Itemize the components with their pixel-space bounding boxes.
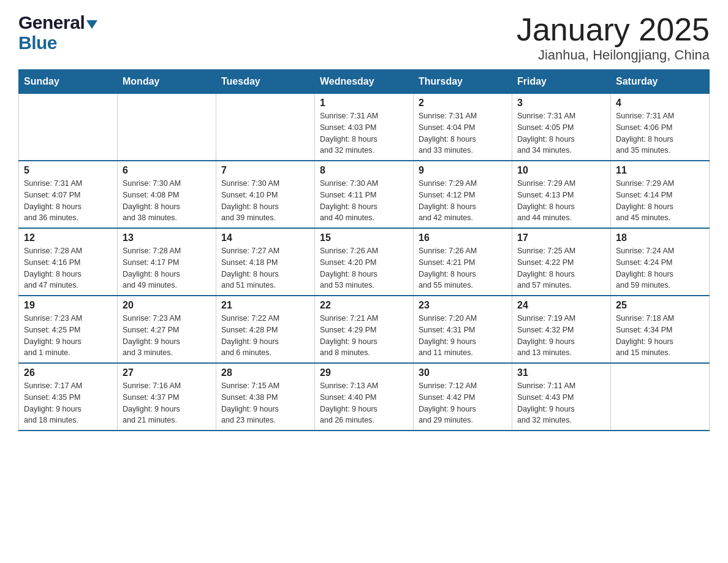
calendar-cell: 7Sunrise: 7:30 AMSunset: 4:10 PMDaylight… — [216, 161, 315, 228]
day-info: Sunrise: 7:29 AMSunset: 4:14 PMDaylight:… — [616, 178, 704, 224]
day-number: 21 — [221, 300, 309, 311]
calendar-cell: 19Sunrise: 7:23 AMSunset: 4:25 PMDayligh… — [19, 296, 118, 363]
day-number: 15 — [320, 232, 408, 243]
day-number: 4 — [616, 98, 704, 109]
calendar-cell: 29Sunrise: 7:13 AMSunset: 4:40 PMDayligh… — [315, 363, 414, 431]
day-number: 19 — [24, 300, 112, 311]
day-number: 18 — [616, 232, 704, 243]
day-number: 9 — [419, 165, 507, 176]
logo-blue-text: Blue — [18, 33, 97, 53]
day-info: Sunrise: 7:31 AMSunset: 4:04 PMDaylight:… — [419, 110, 507, 156]
calendar-day-header: Friday — [512, 70, 611, 94]
day-number: 24 — [517, 300, 605, 311]
day-number: 7 — [221, 165, 309, 176]
day-info: Sunrise: 7:23 AMSunset: 4:27 PMDaylight:… — [123, 313, 211, 359]
day-number: 16 — [419, 232, 507, 243]
calendar-cell: 3Sunrise: 7:31 AMSunset: 4:05 PMDaylight… — [512, 94, 611, 161]
calendar-cell: 11Sunrise: 7:29 AMSunset: 4:14 PMDayligh… — [611, 161, 710, 228]
day-number: 10 — [517, 165, 605, 176]
calendar-cell — [216, 94, 315, 161]
day-info: Sunrise: 7:26 AMSunset: 4:20 PMDaylight:… — [320, 245, 408, 291]
day-info: Sunrise: 7:20 AMSunset: 4:31 PMDaylight:… — [419, 313, 507, 359]
logo: General Blue — [18, 12, 97, 53]
calendar-cell: 17Sunrise: 7:25 AMSunset: 4:22 PMDayligh… — [512, 228, 611, 296]
day-number: 29 — [320, 367, 408, 378]
calendar-cell: 20Sunrise: 7:23 AMSunset: 4:27 PMDayligh… — [118, 296, 216, 363]
day-info: Sunrise: 7:19 AMSunset: 4:32 PMDaylight:… — [517, 313, 605, 359]
day-number: 5 — [24, 165, 112, 176]
calendar-week-row: 19Sunrise: 7:23 AMSunset: 4:25 PMDayligh… — [19, 296, 710, 363]
calendar-cell: 13Sunrise: 7:28 AMSunset: 4:17 PMDayligh… — [118, 228, 216, 296]
day-info: Sunrise: 7:30 AMSunset: 4:08 PMDaylight:… — [123, 178, 211, 224]
calendar-cell: 8Sunrise: 7:30 AMSunset: 4:11 PMDaylight… — [315, 161, 414, 228]
calendar-cell — [118, 94, 216, 161]
calendar-day-header: Sunday — [19, 70, 118, 94]
calendar-header: SundayMondayTuesdayWednesdayThursdayFrid… — [19, 70, 710, 94]
calendar-cell — [611, 363, 710, 431]
day-number: 17 — [517, 232, 605, 243]
day-number: 14 — [221, 232, 309, 243]
calendar-week-row: 26Sunrise: 7:17 AMSunset: 4:35 PMDayligh… — [19, 363, 710, 431]
day-info: Sunrise: 7:22 AMSunset: 4:28 PMDaylight:… — [221, 313, 309, 359]
day-number: 26 — [24, 367, 112, 378]
calendar-cell: 16Sunrise: 7:26 AMSunset: 4:21 PMDayligh… — [414, 228, 512, 296]
day-info: Sunrise: 7:31 AMSunset: 4:03 PMDaylight:… — [320, 110, 408, 156]
calendar-cell: 9Sunrise: 7:29 AMSunset: 4:12 PMDaylight… — [414, 161, 512, 228]
calendar-cell: 28Sunrise: 7:15 AMSunset: 4:38 PMDayligh… — [216, 363, 315, 431]
day-info: Sunrise: 7:25 AMSunset: 4:22 PMDaylight:… — [517, 245, 605, 291]
day-info: Sunrise: 7:27 AMSunset: 4:18 PMDaylight:… — [221, 245, 309, 291]
calendar-cell — [19, 94, 118, 161]
day-info: Sunrise: 7:31 AMSunset: 4:07 PMDaylight:… — [24, 178, 112, 224]
day-info: Sunrise: 7:12 AMSunset: 4:42 PMDaylight:… — [419, 380, 507, 426]
day-number: 6 — [123, 165, 211, 176]
calendar-cell: 31Sunrise: 7:11 AMSunset: 4:43 PMDayligh… — [512, 363, 611, 431]
day-info: Sunrise: 7:15 AMSunset: 4:38 PMDaylight:… — [221, 380, 309, 426]
day-info: Sunrise: 7:23 AMSunset: 4:25 PMDaylight:… — [24, 313, 112, 359]
calendar-body: 1Sunrise: 7:31 AMSunset: 4:03 PMDaylight… — [19, 94, 710, 431]
day-number: 11 — [616, 165, 704, 176]
day-number: 3 — [517, 98, 605, 109]
day-info: Sunrise: 7:29 AMSunset: 4:13 PMDaylight:… — [517, 178, 605, 224]
title-block: January 2025 Jianhua, Heilongjiang, Chin… — [517, 12, 710, 63]
calendar-cell: 27Sunrise: 7:16 AMSunset: 4:37 PMDayligh… — [118, 363, 216, 431]
day-info: Sunrise: 7:30 AMSunset: 4:11 PMDaylight:… — [320, 178, 408, 224]
day-number: 30 — [419, 367, 507, 378]
day-info: Sunrise: 7:11 AMSunset: 4:43 PMDaylight:… — [517, 380, 605, 426]
day-info: Sunrise: 7:21 AMSunset: 4:29 PMDaylight:… — [320, 313, 408, 359]
calendar-cell: 2Sunrise: 7:31 AMSunset: 4:04 PMDaylight… — [414, 94, 512, 161]
calendar-day-header: Wednesday — [315, 70, 414, 94]
calendar-day-header: Tuesday — [216, 70, 315, 94]
day-number: 1 — [320, 98, 408, 109]
page-header: General Blue January 2025 Jianhua, Heilo… — [18, 12, 710, 63]
calendar-day-header: Saturday — [611, 70, 710, 94]
day-number: 8 — [320, 165, 408, 176]
day-number: 27 — [123, 367, 211, 378]
day-number: 20 — [123, 300, 211, 311]
day-number: 22 — [320, 300, 408, 311]
day-number: 25 — [616, 300, 704, 311]
calendar-cell: 6Sunrise: 7:30 AMSunset: 4:08 PMDaylight… — [118, 161, 216, 228]
calendar-cell: 18Sunrise: 7:24 AMSunset: 4:24 PMDayligh… — [611, 228, 710, 296]
calendar-cell: 24Sunrise: 7:19 AMSunset: 4:32 PMDayligh… — [512, 296, 611, 363]
calendar-cell: 1Sunrise: 7:31 AMSunset: 4:03 PMDaylight… — [315, 94, 414, 161]
calendar-week-row: 1Sunrise: 7:31 AMSunset: 4:03 PMDaylight… — [19, 94, 710, 161]
day-info: Sunrise: 7:16 AMSunset: 4:37 PMDaylight:… — [123, 380, 211, 426]
day-number: 12 — [24, 232, 112, 243]
day-info: Sunrise: 7:29 AMSunset: 4:12 PMDaylight:… — [419, 178, 507, 224]
calendar-cell: 25Sunrise: 7:18 AMSunset: 4:34 PMDayligh… — [611, 296, 710, 363]
calendar-cell: 23Sunrise: 7:20 AMSunset: 4:31 PMDayligh… — [414, 296, 512, 363]
day-info: Sunrise: 7:26 AMSunset: 4:21 PMDaylight:… — [419, 245, 507, 291]
calendar-week-row: 5Sunrise: 7:31 AMSunset: 4:07 PMDaylight… — [19, 161, 710, 228]
day-number: 13 — [123, 232, 211, 243]
calendar-cell: 26Sunrise: 7:17 AMSunset: 4:35 PMDayligh… — [19, 363, 118, 431]
calendar-cell: 4Sunrise: 7:31 AMSunset: 4:06 PMDaylight… — [611, 94, 710, 161]
page-subtitle: Jianhua, Heilongjiang, China — [517, 47, 710, 63]
calendar-day-header: Monday — [118, 70, 216, 94]
calendar-cell: 21Sunrise: 7:22 AMSunset: 4:28 PMDayligh… — [216, 296, 315, 363]
calendar-week-row: 12Sunrise: 7:28 AMSunset: 4:16 PMDayligh… — [19, 228, 710, 296]
day-info: Sunrise: 7:17 AMSunset: 4:35 PMDaylight:… — [24, 380, 112, 426]
day-info: Sunrise: 7:18 AMSunset: 4:34 PMDaylight:… — [616, 313, 704, 359]
day-info: Sunrise: 7:31 AMSunset: 4:06 PMDaylight:… — [616, 110, 704, 156]
calendar-cell: 10Sunrise: 7:29 AMSunset: 4:13 PMDayligh… — [512, 161, 611, 228]
calendar-table: SundayMondayTuesdayWednesdayThursdayFrid… — [18, 69, 710, 431]
